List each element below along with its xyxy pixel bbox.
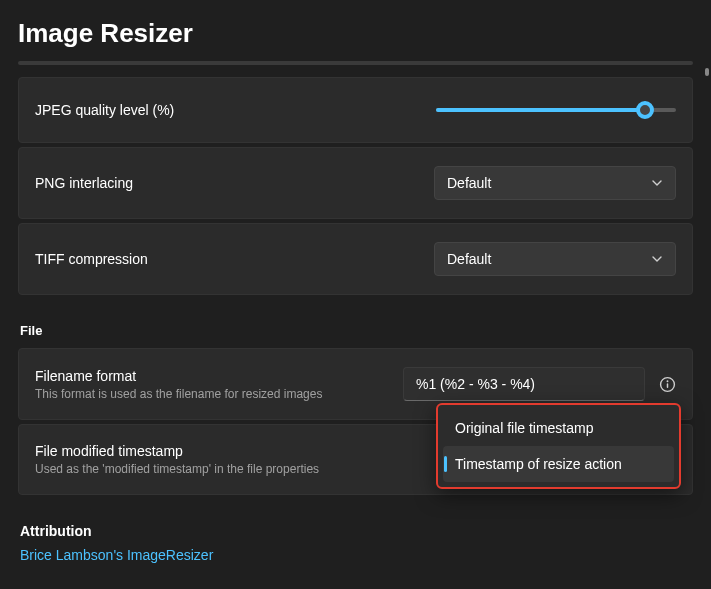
- attribution-header: Attribution: [20, 523, 693, 539]
- page-title: Image Resizer: [0, 0, 711, 61]
- chevron-down-icon: [651, 177, 663, 189]
- svg-rect-2: [667, 383, 668, 388]
- file-timestamp-dropdown: Original file timestamp Timestamp of res…: [436, 403, 681, 489]
- filename-format-sublabel: This format is used as the filename for …: [35, 387, 322, 401]
- filename-format-input[interactable]: [403, 367, 645, 401]
- tiff-compression-label: TIFF compression: [35, 251, 148, 267]
- tiff-compression-select[interactable]: Default: [434, 242, 676, 276]
- attribution-link[interactable]: Brice Lambson's ImageResizer: [20, 547, 693, 563]
- png-interlacing-card: PNG interlacing Default: [18, 147, 693, 219]
- info-icon[interactable]: [659, 376, 676, 393]
- slider-thumb[interactable]: [636, 101, 654, 119]
- tiff-compression-card: TIFF compression Default: [18, 223, 693, 295]
- slider-track: [436, 108, 676, 112]
- png-interlacing-select[interactable]: Default: [434, 166, 676, 200]
- horizontal-scroll-hint: [18, 61, 693, 65]
- tiff-compression-value: Default: [447, 251, 491, 267]
- png-interlacing-value: Default: [447, 175, 491, 191]
- file-timestamp-sublabel: Used as the 'modified timestamp' in the …: [35, 462, 319, 476]
- file-section-header: File: [20, 323, 693, 338]
- chevron-down-icon: [651, 253, 663, 265]
- png-interlacing-label: PNG interlacing: [35, 175, 133, 191]
- vertical-scrollbar[interactable]: [705, 68, 709, 76]
- timestamp-option-resize[interactable]: Timestamp of resize action: [443, 446, 674, 482]
- svg-point-1: [667, 380, 669, 382]
- slider-fill: [436, 108, 645, 112]
- timestamp-option-original[interactable]: Original file timestamp: [443, 410, 674, 446]
- jpeg-quality-label: JPEG quality level (%): [35, 102, 174, 118]
- jpeg-quality-card: JPEG quality level (%): [18, 77, 693, 143]
- jpeg-quality-slider[interactable]: [436, 108, 676, 112]
- file-timestamp-label: File modified timestamp: [35, 443, 319, 459]
- filename-format-label: Filename format: [35, 368, 322, 384]
